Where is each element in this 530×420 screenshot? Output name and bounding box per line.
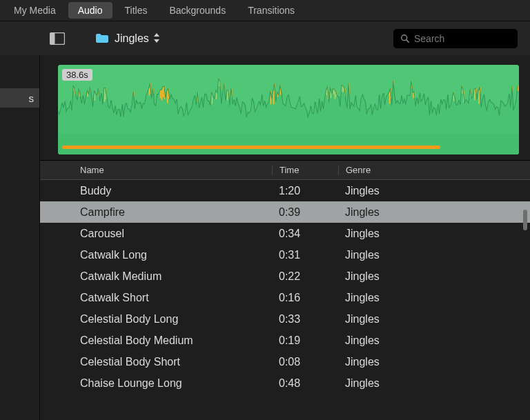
cell-genre: Jingles — [338, 206, 426, 219]
cell-name: Buddy — [79, 185, 272, 197]
search-icon — [400, 34, 410, 43]
column-time[interactable]: Time — [272, 165, 338, 175]
cell-name: Celestial Body Long — [79, 313, 272, 326]
table-row[interactable]: Campfire0:39Jingles — [40, 201, 530, 223]
table-row[interactable]: Carousel0:34Jingles — [40, 223, 530, 244]
sidebar-sliver: s — [0, 21, 40, 420]
svg-rect-1 — [50, 32, 55, 44]
tab-titles[interactable]: Titles — [115, 2, 157, 19]
cell-genre: Jingles — [338, 313, 426, 326]
cell-genre: Jingles — [338, 377, 426, 390]
media-tabs: My MediaAudioTitlesBackgroundsTransition… — [0, 0, 530, 21]
cell-genre: Jingles — [338, 270, 426, 283]
tab-transitions[interactable]: Transitions — [238, 2, 304, 19]
svg-rect-383 — [413, 92, 413, 98]
svg-rect-389 — [474, 89, 475, 101]
folder-icon — [95, 33, 109, 43]
cell-time: 0:33 — [272, 313, 338, 326]
cell-time: 0:16 — [272, 292, 338, 304]
cell-time: 0:39 — [272, 206, 338, 219]
tab-my-media[interactable]: My Media — [4, 2, 66, 19]
cell-name: Celestial Body Short — [79, 356, 272, 368]
svg-rect-372 — [333, 88, 334, 94]
table-row[interactable]: Buddy1:20Jingles — [40, 180, 530, 201]
cell-name: Carousel — [79, 228, 272, 240]
svg-rect-346 — [149, 88, 150, 96]
cell-genre: Jingles — [338, 185, 426, 197]
svg-rect-335 — [58, 134, 519, 154]
tab-audio[interactable]: Audio — [68, 2, 112, 19]
cell-time: 0:08 — [272, 356, 338, 368]
waveform-graphic — [58, 65, 519, 154]
cell-time: 0:31 — [272, 249, 338, 261]
table-row[interactable]: Catwalk Medium0:22Jingles — [40, 266, 530, 287]
svg-rect-351 — [163, 86, 164, 97]
cell-name: Campfire — [79, 206, 272, 219]
cell-time: 1:20 — [272, 185, 338, 197]
svg-rect-350 — [161, 90, 162, 100]
table-row[interactable]: Celestial Body Long0:33Jingles — [40, 308, 530, 330]
cell-name: Chaise Lounge Long — [79, 377, 272, 390]
cell-genre: Jingles — [338, 292, 426, 304]
cell-time: 0:19 — [272, 334, 338, 347]
playback-progress[interactable] — [62, 146, 440, 149]
table-row[interactable]: Chaise Lounge Long0:48Jingles — [40, 372, 530, 394]
waveform-preview[interactable]: 38.6s — [58, 65, 519, 154]
sidebar-selected-item[interactable]: s — [0, 88, 39, 108]
table-row[interactable]: Catwalk Long0:31Jingles — [40, 244, 530, 266]
up-down-icon — [153, 33, 160, 44]
folder-label: Jingles — [115, 32, 149, 45]
cell-name: Catwalk Long — [79, 249, 272, 261]
folder-selector[interactable]: Jingles — [95, 32, 160, 45]
column-genre[interactable]: Genre — [338, 165, 426, 175]
duration-badge: 38.6s — [62, 69, 92, 81]
cell-genre: Jingles — [338, 249, 426, 261]
table-header: Name Time Genre — [40, 161, 530, 180]
search-placeholder: Search — [414, 33, 444, 44]
cell-name: Catwalk Medium — [79, 270, 272, 283]
svg-line-3 — [406, 39, 409, 41]
table-row[interactable]: Celestial Body Medium0:19Jingles — [40, 330, 530, 351]
cell-genre: Jingles — [338, 334, 426, 347]
svg-rect-391 — [478, 90, 479, 104]
cell-name: Celestial Body Medium — [79, 334, 272, 347]
cell-genre: Jingles — [338, 228, 426, 240]
cell-name: Catwalk Short — [79, 292, 272, 304]
browser-toolbar: Jingles Search — [0, 21, 530, 55]
cell-time: 0:34 — [272, 228, 338, 240]
search-field[interactable]: Search — [393, 29, 518, 48]
column-name[interactable]: Name — [79, 165, 272, 175]
svg-rect-365 — [273, 91, 274, 105]
panel-icon — [50, 32, 65, 45]
cell-time: 0:48 — [272, 377, 338, 390]
sidebar-selected-label: s — [29, 92, 35, 104]
svg-rect-349 — [160, 90, 161, 99]
tab-backgrounds[interactable]: Backgrounds — [159, 2, 235, 19]
waveform-preview-area: 38.6s — [40, 55, 530, 160]
table-row[interactable]: Catwalk Short0:16Jingles — [40, 287, 530, 308]
cell-genre: Jingles — [338, 356, 426, 368]
cell-time: 0:22 — [272, 270, 338, 283]
svg-rect-353 — [167, 90, 168, 103]
toggle-sidebar-button[interactable] — [50, 21, 65, 55]
table-body: Buddy1:20JinglesCampfire0:39JinglesCarou… — [40, 180, 530, 394]
table-row[interactable]: Celestial Body Short0:08Jingles — [40, 351, 530, 372]
scrollbar-thumb[interactable] — [523, 210, 527, 230]
audio-table: Name Time Genre Buddy1:20JinglesCampfire… — [40, 160, 530, 394]
svg-rect-379 — [389, 92, 390, 104]
